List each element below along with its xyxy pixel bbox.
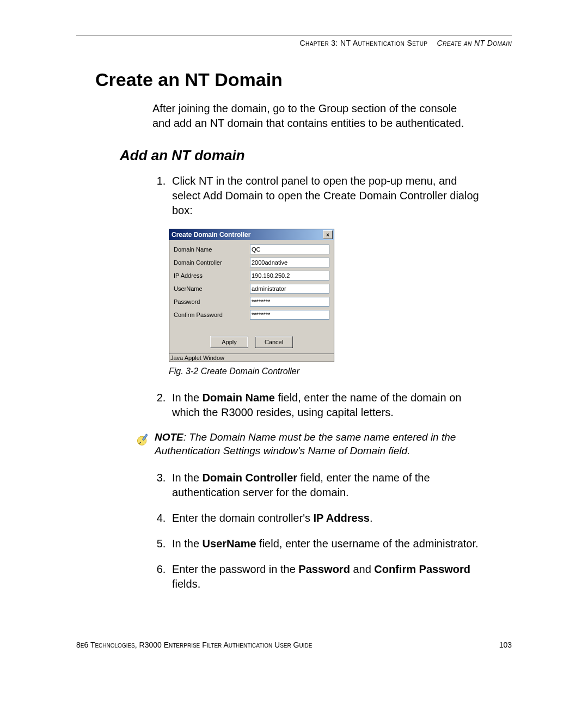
dialog-figure: Create Domain Controller × Domain Name D…	[169, 229, 512, 362]
domain-name-field[interactable]	[250, 245, 329, 254]
header-section: Create an NT Domain	[437, 39, 512, 47]
step-list-3: In the Domain Controller field, enter th…	[152, 471, 485, 591]
note-label: NOTE	[155, 431, 183, 443]
close-icon[interactable]: ×	[323, 230, 333, 239]
dialog-statusbar: Java Applet Window	[169, 353, 334, 362]
dialog-button-row: Apply Cancel	[174, 336, 329, 348]
label-ip-address: IP Address	[174, 272, 250, 279]
dialog-body: Domain Name Domain Controller IP Address…	[169, 240, 334, 353]
note-icon	[136, 432, 150, 446]
label-domain-controller: Domain Controller	[174, 259, 250, 266]
username-field[interactable]	[250, 284, 329, 294]
subsection-title: Add an NT domain	[120, 147, 512, 164]
step-3: In the Domain Controller field, enter th…	[169, 471, 485, 500]
page-footer: 8e6 Technologies, R3000 Enterprise Filte…	[76, 640, 512, 649]
header-chapter: Chapter 3: NT Authentication Setup	[300, 39, 428, 47]
confirm-password-field[interactable]	[250, 310, 329, 320]
page-number: 103	[499, 640, 512, 649]
cancel-button[interactable]: Cancel	[255, 336, 293, 348]
step-1: Click NT in the control panel to open th…	[169, 174, 485, 218]
domain-controller-field[interactable]	[250, 258, 329, 267]
document-page: Chapter 3: NT Authentication Setup Creat…	[0, 0, 588, 682]
label-domain-name: Domain Name	[174, 246, 250, 253]
step-list: Click NT in the control panel to open th…	[152, 174, 485, 218]
apply-button[interactable]: Apply	[210, 336, 248, 348]
label-username: UserName	[174, 285, 250, 292]
footer-text: 8e6 Technologies, R3000 Enterprise Filte…	[76, 640, 312, 649]
note-text: NOTE: The Domain Name must be the same n…	[155, 431, 474, 457]
page-title: Create an NT Domain	[95, 69, 512, 90]
header-rule	[76, 35, 512, 35]
step-4: Enter the domain controller's IP Address…	[169, 511, 485, 526]
dialog-titlebar: Create Domain Controller ×	[169, 229, 334, 240]
password-field[interactable]	[250, 297, 329, 307]
page-header: Chapter 3: NT Authentication Setup Creat…	[76, 39, 512, 47]
step-2: In the Domain Name field, enter the name…	[169, 390, 485, 420]
label-password: Password	[174, 298, 250, 305]
note-block: NOTE: The Domain Name must be the same n…	[136, 431, 474, 457]
step-6: Enter the password in the Password and C…	[169, 562, 485, 591]
label-confirm-password: Confirm Password	[174, 312, 250, 318]
create-domain-dialog: Create Domain Controller × Domain Name D…	[169, 229, 334, 362]
step-list-2: In the Domain Name field, enter the name…	[152, 390, 485, 420]
step-5: In the UserName field, enter the usernam…	[169, 536, 485, 551]
intro-paragraph: After joining the domain, go to the Grou…	[152, 101, 468, 131]
dialog-title: Create Domain Controller	[171, 231, 250, 239]
ip-address-field[interactable]	[250, 271, 329, 280]
figure-caption: Fig. 3-2 Create Domain Controller	[169, 367, 512, 376]
